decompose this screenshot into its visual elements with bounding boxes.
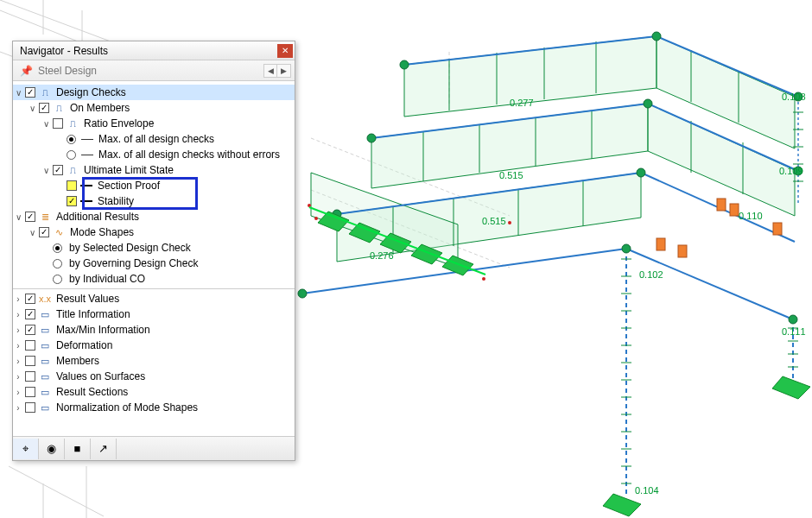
tree-item-design-checks[interactable]: ∨ ⎍ Design Checks: [13, 85, 295, 100]
tree-item-deformation[interactable]: › ▭ Deformation: [13, 338, 295, 353]
tree-label: Ultimate Limit State: [82, 164, 174, 176]
expander-icon[interactable]: ›: [13, 402, 23, 413]
tree-item-mode-shapes[interactable]: ∨ ∿ Mode Shapes: [13, 224, 295, 240]
tree-item-stability[interactable]: Stability: [13, 193, 295, 209]
footer-eye-button[interactable]: ◉: [39, 439, 65, 459]
footer-view-button[interactable]: ⌖: [13, 439, 39, 459]
checkbox[interactable]: [25, 402, 35, 413]
radio[interactable]: [67, 150, 76, 160]
mode-shapes-icon: ∿: [53, 226, 65, 238]
tree-label: by Governing Design Check: [67, 257, 198, 269]
expander-icon[interactable]: ›: [13, 340, 23, 351]
tree-label: Members: [54, 355, 99, 367]
result-value: 0.276: [370, 250, 394, 261]
camera-icon: ■: [74, 442, 81, 455]
tree-item-result-sections[interactable]: › ▭ Result Sections: [13, 384, 295, 400]
expander-icon[interactable]: ∨: [27, 103, 37, 113]
tree-item-result-values[interactable]: › x.x Result Values: [13, 291, 295, 306]
radio[interactable]: [67, 135, 76, 144]
checkbox[interactable]: [25, 325, 35, 335]
tree-item-by-governing[interactable]: by Governing Design Check: [13, 256, 295, 271]
tree-label: Max/Min Information: [54, 324, 150, 336]
line-icon: [81, 139, 93, 140]
tree-item-max-all-noerr[interactable]: Max. of all design checks without errors: [13, 147, 295, 162]
expander-icon[interactable]: ∨: [41, 118, 51, 129]
uls-icon: ⎍: [67, 164, 79, 176]
tree-item-additional-results[interactable]: ∨ ≣ Additional Results: [13, 209, 295, 224]
checkbox[interactable]: [67, 196, 77, 206]
tree-item-normalization[interactable]: › ▭ Normalization of Mode Shapes: [13, 400, 295, 415]
radio[interactable]: [53, 275, 62, 284]
tree-item-ratio-envelope[interactable]: ∨ ⎍ Ratio Envelope: [13, 116, 295, 131]
expander-icon[interactable]: ›: [13, 371, 23, 382]
tree-label: Result Values: [54, 293, 119, 305]
svg-rect-68: [730, 204, 739, 216]
footer-arrow-button[interactable]: ↗: [91, 439, 117, 459]
expander-icon[interactable]: ∨: [13, 87, 23, 98]
expander-icon[interactable]: ›: [13, 387, 23, 397]
checkbox[interactable]: [67, 180, 77, 191]
checkbox[interactable]: [25, 294, 35, 304]
navigator-title: Navigator - Results: [20, 45, 277, 57]
navigator-panel: Navigator - Results ✕ 📌 Steel Design ◀ ▶…: [12, 41, 295, 461]
tree-item-uls[interactable]: ∨ ⎍ Ultimate Limit State: [13, 162, 295, 178]
expander-icon[interactable]: ∨: [13, 212, 23, 222]
tree-item-maxmin[interactable]: › ▭ Max/Min Information: [13, 322, 295, 338]
tree-item-section-proof[interactable]: Section Proof: [13, 178, 295, 193]
expander-icon[interactable]: ›: [13, 309, 23, 319]
checkbox[interactable]: [25, 356, 35, 366]
tree-label: Additional Results: [54, 211, 139, 223]
checkbox[interactable]: [25, 87, 35, 98]
svg-point-56: [400, 60, 409, 69]
tree-item-on-members[interactable]: ∨ ⎍ On Members: [13, 100, 295, 116]
expander-icon[interactable]: ›: [13, 325, 23, 335]
checkbox[interactable]: [53, 165, 63, 175]
tree-label: Deformation: [54, 339, 112, 351]
tree-label: by Individual CO: [67, 273, 145, 285]
radio[interactable]: [53, 259, 62, 268]
checkbox[interactable]: [25, 387, 35, 397]
tree-item-members[interactable]: › ▭ Members: [13, 353, 295, 369]
result-value: 0.108: [782, 92, 806, 102]
members-display-icon: ▭: [39, 355, 51, 367]
title-info-icon: ▭: [39, 308, 51, 320]
result-sections-icon: ▭: [39, 386, 51, 398]
checkbox[interactable]: [39, 103, 49, 113]
navigator-tree: ∨ ⎍ Design Checks ∨ ⎍ On Members ∨ ⎍ Rat…: [13, 81, 295, 436]
navigator-footer: ⌖ ◉ ■ ↗: [13, 436, 295, 460]
tree-label: Normalization of Mode Shapes: [54, 401, 198, 414]
line-icon: [80, 200, 92, 202]
svg-point-66: [789, 315, 797, 324]
expander-icon[interactable]: ∨: [41, 165, 51, 175]
tree-item-values-on-surfaces[interactable]: › ▭ Values on Surfaces: [13, 369, 295, 384]
svg-point-81: [508, 221, 511, 224]
checkbox[interactable]: [53, 118, 63, 129]
svg-rect-71: [678, 245, 687, 257]
expander-icon[interactable]: ›: [13, 294, 23, 304]
tree-label: Title Information: [54, 308, 130, 320]
tree-item-title-info[interactable]: › ▭ Title Information: [13, 306, 295, 322]
nav-prev-button[interactable]: ◀: [263, 64, 277, 78]
result-values-icon: x.x: [39, 293, 51, 305]
expander-icon[interactable]: ∨: [27, 227, 37, 237]
tree-label: by Selected Design Check: [67, 242, 191, 254]
checkbox[interactable]: [25, 371, 35, 382]
svg-point-64: [298, 289, 307, 298]
tree-item-max-all[interactable]: Max. of all design checks: [13, 131, 295, 147]
checkbox[interactable]: [25, 309, 35, 319]
arrow-icon: ↗: [98, 442, 108, 455]
svg-line-29: [626, 249, 793, 319]
checkbox[interactable]: [25, 212, 35, 222]
checkbox[interactable]: [25, 340, 35, 351]
footer-camera-button[interactable]: ■: [65, 439, 91, 459]
normalization-icon: ▭: [39, 401, 51, 414]
radio[interactable]: [53, 243, 62, 253]
close-button[interactable]: ✕: [277, 44, 293, 58]
expander-icon[interactable]: ›: [13, 356, 23, 366]
nav-next-button[interactable]: ▶: [277, 64, 291, 78]
checkbox[interactable]: [39, 227, 49, 237]
tree-item-by-individual[interactable]: by Individual CO: [13, 271, 295, 287]
tree-item-by-selected[interactable]: by Selected Design Check: [13, 240, 295, 256]
tree-label: On Members: [68, 102, 130, 114]
navigator-titlebar[interactable]: Navigator - Results ✕: [13, 41, 295, 60]
